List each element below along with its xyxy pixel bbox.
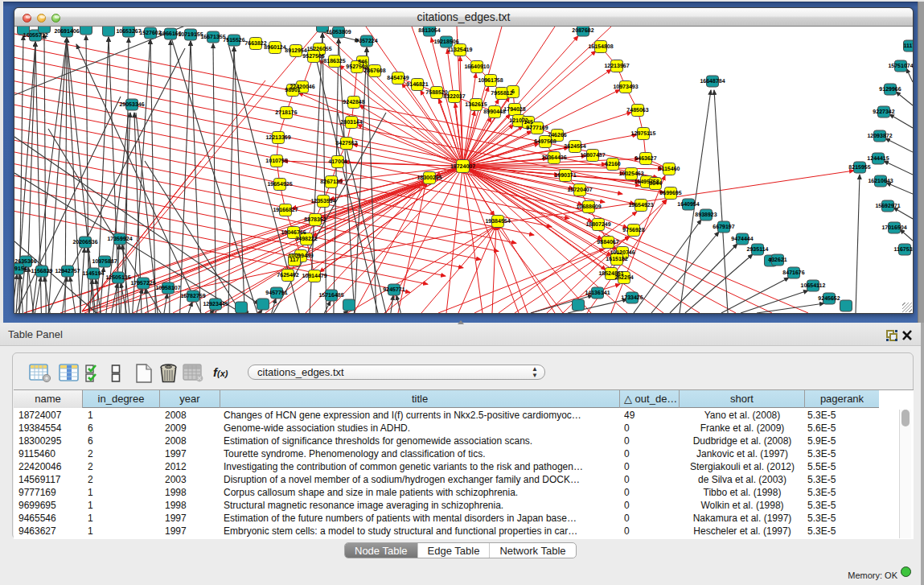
svg-text:1145194: 1145194 xyxy=(83,271,105,277)
svg-text:20691406: 20691406 xyxy=(54,29,79,35)
svg-text:3624554: 3624554 xyxy=(564,144,585,150)
svg-text:8322037: 8322037 xyxy=(443,94,465,100)
svg-text:1244415: 1244415 xyxy=(867,156,889,162)
svg-text:6497568: 6497568 xyxy=(534,139,556,145)
svg-text:145: 145 xyxy=(524,120,533,126)
svg-text:6: 6 xyxy=(511,89,515,95)
svg-text:1794028: 1794028 xyxy=(503,107,525,113)
svg-text:62160: 62160 xyxy=(605,162,621,167)
svg-text:439154: 439154 xyxy=(14,266,27,272)
svg-text:1156829: 1156829 xyxy=(31,269,53,274)
svg-text:10688609: 10688609 xyxy=(576,204,601,210)
svg-text:8186325: 8186325 xyxy=(323,59,345,64)
svg-text:12923445: 12923445 xyxy=(203,302,228,307)
svg-text:8427552: 8427552 xyxy=(335,141,357,146)
svg-text:98901: 98901 xyxy=(285,88,301,93)
svg-text:8267130: 8267130 xyxy=(320,179,342,185)
svg-text:18300295: 18300295 xyxy=(417,175,441,181)
svg-text:14136141: 14136141 xyxy=(585,290,610,296)
svg-text:18724007: 18724007 xyxy=(450,164,475,170)
svg-text:2087682: 2087682 xyxy=(572,28,593,34)
svg-text:12213967: 12213967 xyxy=(604,64,629,69)
svg-text:7357224: 7357224 xyxy=(355,39,377,44)
svg-text:17359924: 17359924 xyxy=(107,237,132,242)
svg-text:8912954: 8912954 xyxy=(285,48,306,54)
svg-text:8454749: 8454749 xyxy=(387,76,409,81)
svg-text:8471676: 8471676 xyxy=(782,270,804,276)
svg-text:9146821: 9146821 xyxy=(406,82,428,88)
svg-text:432621: 432621 xyxy=(768,257,786,263)
svg-text:12505135: 12505135 xyxy=(105,275,130,281)
svg-text:9245771: 9245771 xyxy=(383,287,405,293)
svg-text:10973493: 10973493 xyxy=(613,84,638,90)
svg-text:10025463: 10025463 xyxy=(618,171,643,177)
svg-text:16782759: 16782759 xyxy=(180,294,205,299)
svg-text:1362615: 1362615 xyxy=(465,102,487,108)
svg-text:9756928: 9756928 xyxy=(622,228,644,233)
svg-text:7515526: 7515526 xyxy=(223,38,244,43)
svg-text:16210643: 16210643 xyxy=(868,179,893,184)
svg-text:1090371: 1090371 xyxy=(554,173,576,179)
svg-text:1615182: 1615182 xyxy=(606,257,627,262)
svg-text:2935114: 2935114 xyxy=(747,247,769,253)
svg-text:9777169: 9777169 xyxy=(526,126,548,131)
svg-text:12093872: 12093872 xyxy=(867,134,892,139)
svg-text:8960124: 8960124 xyxy=(264,45,285,51)
svg-text:17957225: 17957225 xyxy=(130,281,155,286)
svg-text:8990448: 8990448 xyxy=(483,109,505,115)
svg-text:12975115: 12975115 xyxy=(631,131,656,137)
svg-text:8938923: 8938923 xyxy=(695,212,717,218)
svg-text:11325419: 11325419 xyxy=(448,47,473,53)
svg-text:8813054: 8813054 xyxy=(418,28,440,34)
svg-text:9527505: 9527505 xyxy=(302,54,324,60)
svg-text:8215955: 8215955 xyxy=(848,165,870,171)
svg-text:10046766: 10046766 xyxy=(281,230,306,236)
svg-text:10719155: 10719155 xyxy=(178,32,203,38)
svg-text:20206536: 20206536 xyxy=(72,240,97,245)
svg-text:10653267: 10653267 xyxy=(116,29,141,35)
svg-text:8878352: 8878352 xyxy=(304,217,326,223)
svg-text:746266: 746266 xyxy=(548,133,566,138)
svg-text:15692971: 15692971 xyxy=(875,204,900,209)
svg-text:9245652: 9245652 xyxy=(818,296,840,302)
svg-text:19654923: 19654923 xyxy=(628,203,653,208)
svg-text:10807487: 10807487 xyxy=(580,153,605,159)
svg-text:18807249: 18807249 xyxy=(585,222,610,228)
svg-text:2867608: 2867608 xyxy=(363,68,385,74)
svg-text:16053809: 16053809 xyxy=(326,30,351,35)
svg-text:1733426: 1733426 xyxy=(621,295,643,301)
svg-text:1527602: 1527602 xyxy=(139,31,161,36)
svg-text:19218506: 19218506 xyxy=(433,39,458,45)
svg-text:14055712: 14055712 xyxy=(23,33,47,39)
svg-text:3498222: 3498222 xyxy=(295,237,317,242)
svg-text:16154808: 16154808 xyxy=(588,44,613,50)
svg-text:9699695: 9699695 xyxy=(659,191,681,196)
svg-text:12353594: 12353594 xyxy=(310,199,335,204)
svg-text:15226055: 15226055 xyxy=(306,47,331,52)
svg-text:9129966: 9129966 xyxy=(879,87,901,93)
svg-text:12213369: 12213369 xyxy=(265,135,290,141)
svg-text:9242848: 9242848 xyxy=(343,100,364,105)
svg-text:10120746: 10120746 xyxy=(610,250,634,256)
svg-text:19654925: 19654925 xyxy=(267,182,292,187)
svg-text:1640954: 1640954 xyxy=(677,202,699,208)
svg-text:9457791: 9457791 xyxy=(265,290,287,296)
svg-text:7955812: 7955812 xyxy=(491,91,512,97)
svg-text:9644: 9644 xyxy=(649,181,662,187)
svg-text:17016504: 17016504 xyxy=(881,225,906,231)
svg-text:2635306: 2635306 xyxy=(14,259,36,265)
svg-text:15716485: 15716485 xyxy=(318,293,343,299)
svg-text:7485063: 7485063 xyxy=(626,108,648,113)
svg-text:1167533: 1167533 xyxy=(894,247,913,253)
svg-text:9227342: 9227342 xyxy=(873,109,894,115)
svg-text:12942757: 12942757 xyxy=(55,269,80,274)
svg-text:9463627: 9463627 xyxy=(634,156,656,162)
svg-text:10961758: 10961758 xyxy=(478,78,503,84)
svg-text:9115460: 9115460 xyxy=(659,167,680,172)
svg-text:10958107: 10958107 xyxy=(155,286,180,291)
svg-text:9474444: 9474444 xyxy=(731,237,753,242)
svg-text:15751074: 15751074 xyxy=(888,64,913,69)
svg-text:417004: 417004 xyxy=(328,159,347,165)
svg-text:10975887: 10975887 xyxy=(92,259,117,265)
svg-text:10654112: 10654112 xyxy=(801,283,826,289)
